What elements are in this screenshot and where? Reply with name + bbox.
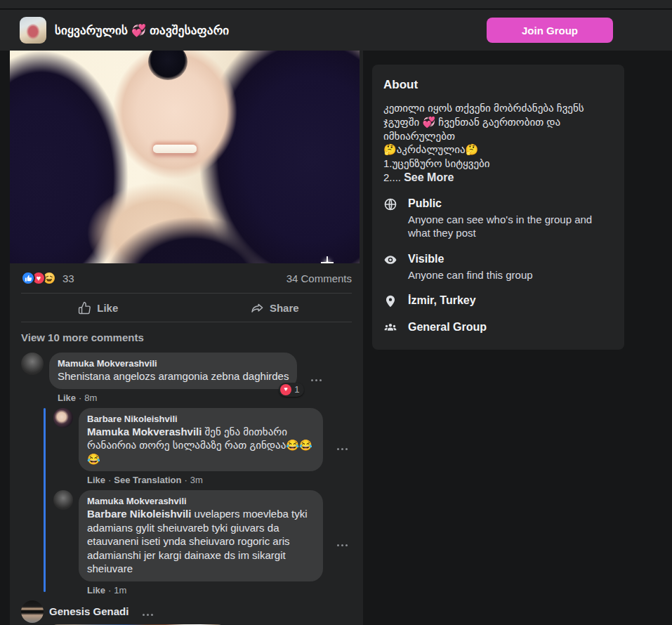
privacy-title: Public: [408, 197, 613, 211]
share-button-label: Share: [270, 302, 299, 314]
share-button[interactable]: Share: [187, 294, 364, 322]
comment-meta: Like·8m: [58, 393, 297, 403]
avatar[interactable]: [53, 408, 73, 428]
about-row-location: İzmir, Turkey: [383, 294, 613, 308]
comment-text: Mamuka Mokverashvili შენ ენა მითხარი რან…: [87, 425, 315, 466]
comment-time: 3m: [190, 475, 203, 485]
comment-author[interactable]: Genesis Genadi: [49, 605, 129, 617]
comment-like-link[interactable]: Like: [58, 393, 76, 403]
comment: Genesis Genadi: [21, 600, 352, 623]
replies-thread: Barbare Nikoleishvili Mamuka Mokverashvi…: [53, 408, 352, 600]
about-title: About: [383, 78, 613, 92]
like-button-label: Like: [97, 302, 118, 314]
comment-author[interactable]: Barbare Nikoleishvili: [87, 413, 315, 425]
about-description-block: კეთილი იყოს თქვენი მობრძანება ჩვენს ჯგუფ…: [383, 101, 613, 185]
eye-icon: [383, 253, 397, 267]
comment-bubble: Mamuka Mokverashvili Shenistana angelozs…: [49, 353, 297, 389]
thread-line: [44, 408, 46, 592]
comment-reply: Barbare Nikoleishvili Mamuka Mokverashvi…: [53, 408, 352, 491]
group-title[interactable]: სიყვარულის 💞 თავშესაფარი: [55, 23, 229, 38]
comment-time: 8m: [84, 393, 97, 403]
join-group-button[interactable]: Join Group: [487, 18, 613, 43]
badge-count: 1: [294, 384, 299, 395]
love-heart-icon: ♥: [280, 384, 291, 395]
about-row-privacy: Public Anyone can see who's in the group…: [383, 197, 613, 240]
privacy-subtitle: Anyone can see who's in the group and wh…: [408, 213, 613, 240]
reaction-count[interactable]: 33: [62, 272, 74, 284]
about-card: About კეთილი იყოს თქვენი მობრძანება ჩვენ…: [372, 65, 624, 350]
photo-hair-middle: [73, 184, 312, 263]
group-avatar[interactable]: [20, 17, 46, 44]
comment-text: Barbare Nikoleishvili uvelapers moevleba…: [87, 507, 315, 576]
comment-meta: Like·1m: [87, 585, 323, 596]
see-translation-link[interactable]: See Translation: [114, 475, 181, 485]
more-options-icon: [337, 448, 339, 450]
more-options-icon: [143, 614, 145, 616]
separator: ·: [79, 393, 81, 403]
comments-count[interactable]: 34 Comments: [286, 272, 352, 284]
globe-icon: [383, 197, 397, 211]
visibility-subtitle: Anyone can find this group: [408, 268, 533, 282]
comment-bubble: Barbare Nikoleishvili Mamuka Mokverashvi…: [79, 408, 323, 472]
reaction-badge[interactable]: ♥ 1: [279, 383, 304, 397]
comment-bubble: Mamuka Mokverashvili Barbare Nikoleishvi…: [79, 490, 323, 581]
separator: ·: [108, 475, 111, 485]
see-more-link[interactable]: See More: [404, 171, 454, 183]
comment-like-link[interactable]: Like: [87, 585, 105, 596]
more-options-button[interactable]: [138, 610, 157, 620]
comment-reply: Mamuka Mokverashvili Barbare Nikoleishvi…: [53, 490, 352, 600]
like-button[interactable]: Like: [10, 294, 187, 322]
comment: Mamuka Mokverashvili Shenistana angelozs…: [21, 353, 352, 408]
separator: ·: [184, 475, 187, 485]
comment-author[interactable]: Mamuka Mokverashvili: [58, 357, 289, 369]
comment-time: 1m: [114, 585, 126, 596]
comment-meta: Like·See Translation·3m: [87, 475, 323, 485]
post-photo[interactable]: [10, 51, 360, 263]
like-thumb-icon[interactable]: [21, 271, 35, 285]
more-options-button[interactable]: [307, 375, 326, 386]
avatar[interactable]: [53, 490, 73, 510]
avatar[interactable]: [21, 353, 44, 375]
post-card: ♥ 33 34 Comments Like Share View 10 more…: [10, 51, 363, 625]
sparkle-icon: [326, 261, 329, 263]
comment-author[interactable]: Mamuka Mokverashvili: [87, 495, 315, 507]
like-outline-icon: [78, 301, 91, 315]
more-options-icon: [337, 544, 339, 546]
visibility-title: Visible: [408, 252, 533, 266]
top-strip: [0, 0, 672, 9]
location-title: İzmir, Turkey: [408, 294, 476, 308]
post-action-row: Like Share: [10, 294, 363, 322]
reaction-icons[interactable]: ♥: [21, 271, 56, 285]
about-row-group-type: General Group: [383, 320, 613, 335]
more-options-icon: [311, 379, 313, 381]
comment-text: Shenistana angelozs aramgonia zebna dagh…: [58, 369, 289, 383]
separator: ·: [108, 585, 111, 596]
photo-smile: [153, 145, 197, 153]
people-group-icon: [383, 321, 397, 335]
more-options-button[interactable]: [333, 444, 352, 454]
comment-like-link[interactable]: Like: [87, 475, 105, 485]
reactions-row: ♥ 33 34 Comments: [10, 263, 363, 293]
mention-link[interactable]: Mamuka Mokverashvili: [87, 426, 202, 438]
location-pin-icon: [383, 294, 397, 308]
avatar[interactable]: [21, 600, 44, 623]
about-row-visibility: Visible Anyone can find this group: [383, 252, 613, 282]
more-options-button[interactable]: [333, 540, 352, 551]
group-type-title: General Group: [408, 320, 487, 334]
mention-link[interactable]: Barbare Nikoleishvili: [87, 508, 191, 520]
group-header: სიყვარულის 💞 თავშესაფარი Join Group: [0, 10, 672, 51]
view-more-comments-link[interactable]: View 10 more comments: [10, 322, 363, 347]
share-arrow-icon: [251, 301, 264, 315]
comments-section: Mamuka Mokverashvili Shenistana angelozs…: [10, 347, 363, 625]
